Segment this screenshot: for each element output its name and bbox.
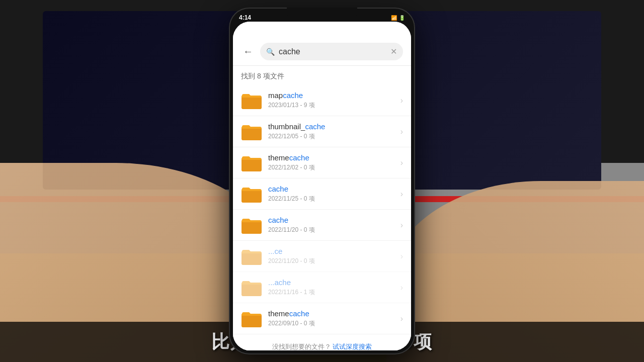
name-highlight: cache — [289, 153, 309, 162]
file-meta: 2022/12/05 - 0 项 — [268, 132, 394, 141]
file-name: themecache — [268, 153, 394, 162]
phone: 4:14 📶 🔋 ← 🔍 ✕ 找到 8 项文件 — [229, 8, 415, 354]
folder-icon — [241, 216, 262, 234]
folder-icon — [241, 92, 262, 110]
folder-icon — [241, 185, 262, 203]
results-count: 找到 8 项文件 — [233, 66, 411, 85]
name-prefix: thumbnail_ — [268, 122, 305, 131]
app-content: ← 🔍 ✕ 找到 8 项文件 — [233, 22, 411, 350]
name-prefix: theme — [268, 309, 289, 318]
file-name: mapcache — [268, 91, 394, 100]
folder-icon — [241, 310, 262, 328]
folder-icon — [241, 279, 262, 297]
file-info: ...ce 2022/11/20 - 0 项 — [268, 247, 394, 265]
clear-button[interactable]: ✕ — [390, 47, 397, 56]
phone-screen: ← 🔍 ✕ 找到 8 项文件 — [233, 22, 411, 350]
chevron-icon: › — [400, 283, 403, 292]
name-highlight: cache — [283, 91, 303, 100]
file-item[interactable]: themecache 2022/09/10 - 0 项 › — [233, 303, 411, 334]
file-name: themecache — [268, 309, 394, 318]
battery-icon: 🔋 — [399, 15, 405, 21]
search-header: ← 🔍 ✕ — [233, 22, 411, 66]
status-time: 4:14 — [239, 14, 251, 21]
search-bar[interactable]: 🔍 ✕ — [260, 43, 403, 60]
file-item[interactable]: ...ache 2022/11/16 - 1 项 › — [233, 272, 411, 303]
search-icon: 🔍 — [266, 48, 275, 56]
file-name: ...ache — [268, 278, 394, 287]
status-icons: 📶 🔋 — [391, 15, 405, 21]
file-item[interactable]: mapcache 2023/01/13 - 9 项 › — [233, 85, 411, 116]
name-highlight: cache — [268, 216, 288, 224]
chevron-icon: › — [400, 252, 403, 261]
file-meta: 2022/11/20 - 0 项 — [268, 257, 394, 265]
name-highlight: ...ce — [268, 247, 282, 255]
file-info: themecache 2022/09/10 - 0 项 — [268, 309, 394, 328]
file-info: thumbnail_cache 2022/12/05 - 0 项 — [268, 122, 394, 141]
file-item[interactable]: ...ce 2022/11/20 - 0 项 › — [233, 241, 411, 272]
file-item[interactable]: cache 2022/11/25 - 0 项 › — [233, 178, 411, 210]
file-meta: 2022/11/25 - 0 项 — [268, 195, 394, 203]
file-name: cache — [268, 185, 394, 193]
file-name: ...ce — [268, 247, 394, 255]
file-meta: 2022/11/20 - 0 项 — [268, 226, 394, 234]
file-info: themecache 2022/12/02 - 0 项 — [268, 153, 394, 172]
file-item[interactable]: themecache 2022/12/02 - 0 项 › — [233, 147, 411, 178]
chevron-icon: › — [400, 127, 403, 136]
file-info: ...ache 2022/11/16 - 1 项 — [268, 278, 394, 297]
file-info: mapcache 2023/01/13 - 9 项 — [268, 91, 394, 110]
file-info: cache 2022/11/20 - 0 项 — [268, 216, 394, 234]
file-name: cache — [268, 216, 394, 224]
name-highlight: cache — [289, 309, 309, 318]
deep-search-prompt: 没找到想要的文件？ 试试深度搜索 — [233, 334, 411, 350]
deep-search-text: 没找到想要的文件？ — [272, 343, 331, 350]
file-item[interactable]: cache 2022/11/20 - 0 项 › — [233, 210, 411, 241]
name-highlight: cache — [305, 122, 325, 131]
folder-icon — [241, 123, 262, 141]
file-list: mapcache 2023/01/13 - 9 项 › — [233, 85, 411, 350]
folder-icon — [241, 247, 262, 265]
folder-icon — [241, 154, 262, 172]
wifi-icon: 📶 — [391, 15, 397, 21]
chevron-icon: › — [400, 190, 403, 199]
back-button[interactable]: ← — [241, 44, 255, 59]
file-item[interactable]: thumbnail_cache 2022/12/05 - 0 项 › — [233, 116, 411, 147]
file-name: thumbnail_cache — [268, 122, 394, 131]
search-input[interactable] — [279, 47, 386, 56]
file-meta: 2023/01/13 - 9 项 — [268, 101, 394, 110]
name-prefix: theme — [268, 153, 289, 162]
file-meta: 2022/12/02 - 0 项 — [268, 163, 394, 172]
file-info: cache 2022/11/25 - 0 项 — [268, 185, 394, 203]
chevron-icon: › — [400, 221, 403, 230]
chevron-icon: › — [400, 314, 403, 323]
name-highlight: ...ache — [268, 278, 291, 287]
name-prefix: map — [268, 91, 283, 100]
name-highlight: cache — [268, 185, 288, 193]
file-meta: 2022/09/10 - 0 项 — [268, 319, 394, 328]
deep-search-link[interactable]: 试试深度搜索 — [333, 343, 372, 350]
status-bar: 4:14 📶 🔋 — [239, 13, 405, 23]
chevron-icon: › — [400, 158, 403, 167]
chevron-icon: › — [400, 96, 403, 105]
file-meta: 2022/11/16 - 1 项 — [268, 288, 394, 297]
